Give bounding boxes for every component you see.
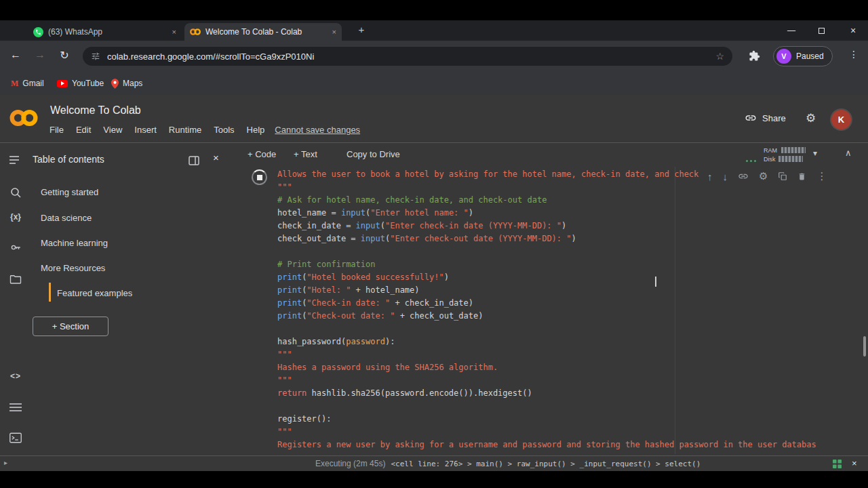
code-line[interactable]: # Ask for hotel name, check-in date, and…: [277, 194, 864, 207]
bookmark-maps[interactable]: Maps: [111, 72, 142, 95]
menu-view[interactable]: View: [97, 125, 128, 135]
copy-cell-icon[interactable]: [778, 171, 787, 181]
move-cell-down-icon[interactable]: ↓: [723, 171, 728, 182]
colab-logo-icon[interactable]: [9, 106, 38, 129]
code-line[interactable]: """: [277, 348, 864, 361]
sidebar-item-more-resources[interactable]: More Resources: [41, 263, 105, 273]
new-tab-button[interactable]: +: [354, 24, 369, 35]
refresh-icon[interactable]: ↻: [56, 49, 73, 62]
forward-icon[interactable]: →: [31, 49, 49, 61]
move-cell-up-icon[interactable]: ↑: [707, 171, 713, 182]
code-line[interactable]: [277, 245, 864, 258]
delete-cell-icon[interactable]: [797, 171, 806, 182]
add-section-label: + Section: [52, 321, 90, 331]
code-line[interactable]: hash_password(password):: [277, 336, 864, 348]
search-icon[interactable]: [8, 186, 23, 201]
cell-menu-icon[interactable]: ⋮: [816, 170, 827, 182]
window-close-button[interactable]: ×: [839, 20, 867, 41]
sidebar-item-featured-examples[interactable]: Featured examples: [57, 288, 132, 298]
copy-to-drive-button[interactable]: Copy to Drive: [347, 149, 400, 159]
code-line[interactable]: Registers a new user by asking for a use…: [277, 439, 864, 451]
window-minimize-button[interactable]: —: [777, 20, 806, 41]
notebook-title[interactable]: Welcome To Colab: [50, 104, 141, 117]
extensions-icon[interactable]: [749, 50, 760, 62]
code-snippets-icon[interactable]: <>: [8, 371, 23, 381]
browser-menu-icon[interactable]: ⋮: [845, 49, 863, 60]
menu-tools[interactable]: Tools: [208, 125, 240, 135]
address-bar[interactable]: colab.research.google.com/#scrollTo=cGa9…: [83, 47, 732, 66]
resources-indicator[interactable]: RAM Disk: [764, 146, 806, 163]
tab-title: (63) WhatsApp: [48, 27, 167, 37]
code-line[interactable]: print("Hotel booked successfully!"): [277, 271, 864, 284]
activity-icon[interactable]: [833, 460, 842, 468]
collapse-header-icon[interactable]: ∧: [845, 148, 852, 158]
active-section-indicator: [49, 283, 51, 302]
close-tab-icon[interactable]: ×: [332, 28, 336, 36]
menu-help[interactable]: Help: [241, 125, 271, 135]
code-line[interactable]: # Print confirmation: [277, 258, 864, 271]
user-avatar[interactable]: K: [831, 110, 851, 129]
toolbar-more-icon[interactable]: [745, 152, 757, 165]
secrets-key-icon[interactable]: [8, 241, 23, 256]
resources-caret-icon[interactable]: ▾: [813, 148, 817, 158]
bookmark-star-icon[interactable]: ☆: [715, 51, 724, 62]
add-section-button[interactable]: + Section: [33, 317, 108, 336]
sidebar-item-getting-started[interactable]: Getting started: [41, 187, 98, 197]
disk-label: Disk: [764, 156, 776, 163]
code-editor[interactable]: Allows the user to book a hotel by askin…: [277, 168, 864, 451]
code-line[interactable]: [277, 323, 864, 336]
close-output-icon[interactable]: ×: [852, 458, 857, 468]
files-folder-icon[interactable]: [8, 274, 23, 287]
add-code-button[interactable]: + Code: [248, 149, 276, 159]
window-maximize-button[interactable]: [807, 20, 835, 41]
sidebar-close-icon[interactable]: ×: [213, 152, 219, 163]
share-button[interactable]: Share: [745, 112, 786, 124]
toc-icon: [9, 155, 22, 165]
code-line[interactable]: check_in_date = input("Enter check-in da…: [277, 220, 864, 232]
profile-status-label: Paused: [796, 52, 824, 61]
code-line[interactable]: [277, 400, 864, 413]
profile-chip[interactable]: V Paused: [773, 46, 833, 66]
bookmark-gmail[interactable]: M Gmail: [11, 72, 44, 95]
output-toggle-icon[interactable]: ▸: [4, 459, 7, 466]
open-panel-icon[interactable]: [189, 156, 199, 165]
url-text[interactable]: colab.research.google.com/#scrollTo=cGa9…: [107, 52, 715, 62]
execution-trace[interactable]: <cell line: 276> > main() > raw_input() …: [391, 460, 701, 468]
cell-settings-gear-icon[interactable]: ⚙: [759, 170, 768, 182]
code-line[interactable]: print("Check-out date: " + check_out_dat…: [277, 310, 864, 323]
close-tab-icon[interactable]: ×: [172, 28, 176, 36]
variables-icon[interactable]: {x}: [8, 212, 23, 222]
bookmark-youtube[interactable]: YouTube: [57, 72, 104, 95]
copy-link-icon[interactable]: [738, 171, 749, 182]
code-line[interactable]: print("Check-in date: " + check_in_date): [277, 297, 864, 310]
save-status-link[interactable]: Cannot save changes: [275, 125, 360, 135]
command-palette-icon[interactable]: [8, 403, 23, 415]
add-text-button[interactable]: + Text: [294, 149, 317, 159]
menu-edit[interactable]: Edit: [70, 125, 97, 135]
browser-tab-whatsapp[interactable]: (63) WhatsApp ×: [27, 23, 182, 41]
code-line[interactable]: register():: [277, 413, 864, 426]
code-line[interactable]: """: [277, 374, 864, 387]
sidebar-item-machine-learning[interactable]: Machine learning: [41, 238, 108, 248]
terminal-icon[interactable]: [8, 432, 23, 446]
code-line[interactable]: print("Hotel: " + hotel_name): [277, 284, 864, 297]
code-line[interactable]: hotel_name = input("Enter hotel name: "): [277, 207, 864, 220]
code-line[interactable]: return hashlib.sha256(password.encode())…: [277, 387, 864, 400]
letterbox-top: [0, 0, 868, 20]
site-info-icon[interactable]: [91, 52, 100, 61]
menu-file[interactable]: File: [43, 125, 70, 135]
code-line[interactable]: Hashes a password using the SHA256 algor…: [277, 361, 864, 374]
back-icon[interactable]: ←: [7, 49, 24, 61]
profile-avatar: V: [776, 49, 791, 64]
run-cell-button[interactable]: [252, 169, 267, 185]
menu-runtime[interactable]: Runtime: [163, 125, 208, 135]
menu-insert[interactable]: Insert: [128, 125, 163, 135]
browser-tab-colab[interactable]: Welcome To Colab - Colab ×: [184, 23, 342, 41]
code-line[interactable]: """: [277, 426, 864, 439]
menubar: File Edit View Insert Runtime Tools Help…: [43, 125, 360, 135]
disk-usage-meter: [778, 156, 803, 162]
scrollbar-thumb[interactable]: [863, 336, 866, 357]
sidebar-item-data-science[interactable]: Data science: [41, 213, 92, 223]
code-line[interactable]: check_out_date = input("Enter check-out …: [277, 232, 864, 245]
settings-gear-icon[interactable]: ⚙: [806, 111, 816, 125]
